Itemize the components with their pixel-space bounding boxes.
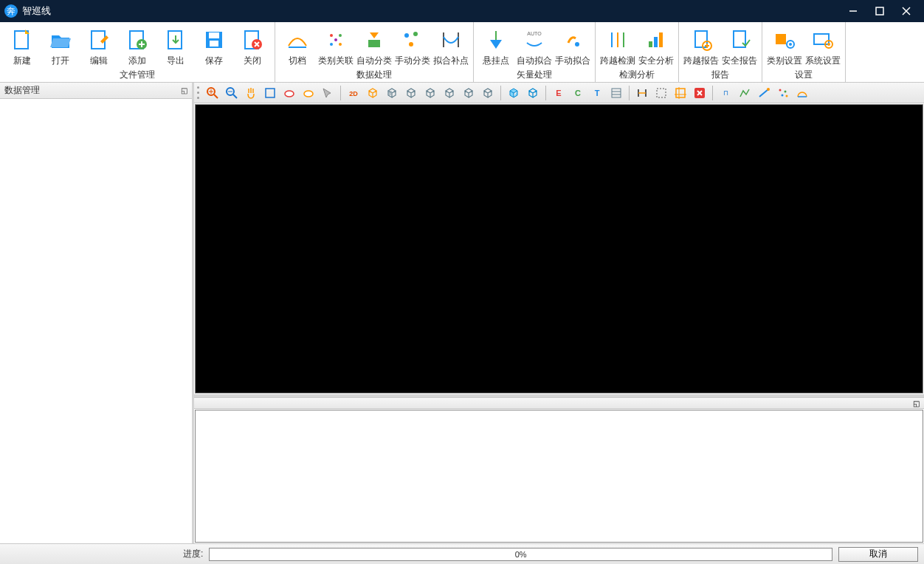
- tool-edl-t[interactable]: T: [587, 84, 607, 102]
- hang-point-icon: [484, 28, 508, 52]
- hang-point-button[interactable]: 悬挂点: [477, 24, 515, 67]
- cube-iso-icon: [481, 86, 494, 100]
- cross-report-button[interactable]: 跨越报告: [682, 24, 720, 67]
- tool-select-crop[interactable]: [671, 84, 690, 102]
- cut-segment-button[interactable]: 切档: [278, 24, 317, 67]
- tool-cube-front[interactable]: [382, 84, 401, 102]
- edit-button[interactable]: 编辑: [80, 24, 118, 67]
- safety-report-label: 安全报告: [722, 55, 757, 67]
- tool-delete[interactable]: [690, 84, 709, 102]
- svg-rect-34: [659, 32, 663, 47]
- edl-t-icon: T: [590, 86, 604, 100]
- safety-analysis-button[interactable]: 安全分析: [637, 24, 675, 67]
- dock-icon[interactable]: ◱: [181, 86, 187, 94]
- pick-icon: [321, 86, 334, 100]
- delete-icon: [693, 86, 706, 100]
- manual-classify-button[interactable]: 手动分类: [393, 24, 432, 67]
- minimize-button[interactable]: [840, 0, 866, 22]
- system-settings-button[interactable]: 系统设置: [804, 24, 842, 67]
- tool-zoom-out[interactable]: [222, 84, 241, 102]
- tool-dome[interactable]: [793, 84, 812, 102]
- tool-cube-left[interactable]: [421, 84, 440, 102]
- cube-right-icon: [443, 86, 456, 100]
- dock-icon[interactable]: ◱: [913, 399, 920, 407]
- category-settings-button[interactable]: 类别设置: [765, 24, 804, 67]
- open-button[interactable]: 打开: [41, 24, 80, 67]
- close-icon: [241, 28, 264, 52]
- right-area: 2DECT⊓ ◱: [194, 83, 924, 543]
- tool-scatter[interactable]: [773, 84, 793, 102]
- svg-rect-66: [676, 89, 685, 97]
- maximize-button[interactable]: [866, 0, 893, 22]
- tool-cube-right[interactable]: [440, 84, 459, 102]
- tool-box2[interactable]: [523, 84, 542, 102]
- ribbon-group-label: 报告: [682, 67, 759, 83]
- svg-rect-35: [695, 31, 707, 47]
- svg-rect-11: [210, 41, 218, 47]
- titlebar: 奔 智巡线: [0, 0, 924, 22]
- svg-point-43: [827, 43, 830, 46]
- close-button[interactable]: [893, 0, 920, 22]
- tool-fit[interactable]: [261, 84, 280, 102]
- svg-rect-65: [657, 89, 666, 97]
- select-crop-icon: [674, 86, 687, 100]
- manual-fit-button[interactable]: 手动拟合: [554, 24, 592, 67]
- safety-report-icon: [728, 28, 751, 52]
- cross-report-icon: [689, 28, 713, 52]
- tool-profile[interactable]: [735, 84, 754, 102]
- tool-edl-e[interactable]: E: [549, 84, 568, 102]
- cube-top-icon: [462, 86, 475, 100]
- tool-grid[interactable]: [607, 84, 626, 102]
- app-title: 智巡线: [22, 4, 840, 18]
- auto-fit-button[interactable]: AUTO自动拟合: [515, 24, 554, 67]
- svg-rect-51: [266, 89, 275, 97]
- tool-cloud1[interactable]: [280, 84, 299, 102]
- tool-zoom-in[interactable]: [203, 84, 222, 102]
- cancel-button[interactable]: 取消: [838, 547, 918, 562]
- zoom-out-icon: [225, 86, 238, 100]
- tool-pan[interactable]: [241, 84, 261, 102]
- select-rect-icon: [655, 86, 668, 100]
- pan-icon: [244, 86, 258, 100]
- tool-box1[interactable]: [504, 84, 523, 102]
- statusbar: 进度: 0% 取消: [0, 543, 924, 564]
- export-button[interactable]: 导出: [156, 24, 195, 67]
- tool-cube-iso[interactable]: [478, 84, 497, 102]
- svg-point-40: [789, 43, 792, 46]
- tool-cloud2[interactable]: [299, 84, 318, 102]
- tool-view-2d[interactable]: 2D: [344, 84, 363, 102]
- category-link-button[interactable]: 类别关联: [317, 24, 355, 67]
- main-area: 数据管理 ◱ 2DECT⊓ ◱: [0, 83, 924, 543]
- ribbon-group-label: 数据处理: [278, 67, 470, 83]
- viewport-3d[interactable]: [195, 104, 923, 393]
- fit-icon: [263, 86, 277, 100]
- auto-classify-label: 自动分类: [356, 55, 392, 67]
- save-button[interactable]: 保存: [195, 24, 233, 67]
- cross-report-label: 跨越报告: [683, 55, 719, 67]
- tool-view-3d[interactable]: [363, 84, 382, 102]
- tool-measure[interactable]: ⊓: [716, 84, 735, 102]
- svg-point-76: [782, 94, 784, 96]
- toolbar-separator: [712, 86, 713, 100]
- add-button[interactable]: 添加: [118, 24, 156, 67]
- tool-slope[interactable]: [754, 84, 773, 102]
- close-button[interactable]: 关闭: [233, 24, 272, 67]
- ribbon-group-label: 矢量处理: [477, 67, 592, 83]
- auto-classify-button[interactable]: 自动分类: [355, 24, 393, 67]
- toolbar-grip[interactable]: [197, 86, 201, 100]
- tool-cube-top[interactable]: [459, 84, 478, 102]
- tool-select-rect[interactable]: [652, 84, 671, 102]
- safety-report-button[interactable]: 安全报告: [720, 24, 759, 67]
- lower-panel: [195, 410, 923, 543]
- manual-fit-icon: [561, 28, 585, 52]
- svg-point-73: [767, 88, 770, 91]
- save-icon: [202, 28, 226, 52]
- new-button[interactable]: 新建: [3, 24, 41, 67]
- tool-pick[interactable]: [318, 84, 337, 102]
- tool-edl-c[interactable]: C: [568, 84, 587, 102]
- tool-cube-back[interactable]: [401, 84, 421, 102]
- auto-fit-icon: AUTO: [523, 28, 546, 52]
- fit-fill-button[interactable]: 拟合补点: [432, 24, 470, 67]
- cross-detect-button[interactable]: 跨越检测: [599, 24, 637, 67]
- tool-ruler[interactable]: [632, 84, 652, 102]
